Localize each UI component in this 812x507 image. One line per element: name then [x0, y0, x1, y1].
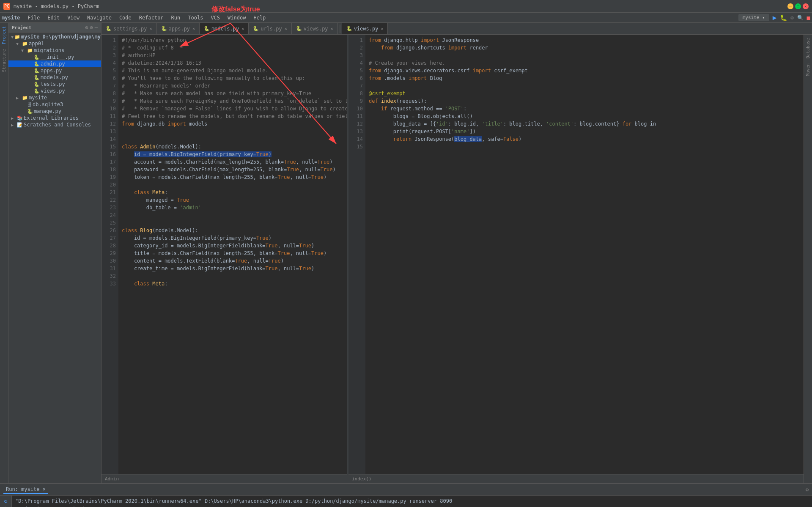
tree-arrow: ▼ [21, 48, 26, 53]
right-code-content[interactable]: from django.http import JsonResponse fro… [365, 35, 804, 474]
editors-split: 1234567891011121314151617181920212223242… [102, 35, 812, 483]
tab-close-views-left[interactable]: ✕ [331, 26, 333, 31]
close-button[interactable]: ✕ [803, 3, 809, 9]
menu-vcs[interactable]: VCS [207, 14, 223, 22]
tree-item-mysite-root[interactable]: ▼ 📁 mysite D:\python\django\mysite [8, 33, 101, 40]
tab-urls[interactable]: 🐍 urls.py ✕ [249, 23, 292, 35]
menu-file[interactable]: File [24, 14, 43, 22]
project-sidebar-icon[interactable]: Project [1, 25, 7, 46]
folder-icon: 📁 [22, 95, 28, 101]
right-editor-footer: index() [348, 474, 804, 483]
tab-close-settings[interactable]: ✕ [149, 26, 152, 31]
title-bar-left: PC mysite - models.py - PyCharm [3, 3, 99, 10]
tree-item-modelspy[interactable]: 🐍 models.py [8, 74, 101, 81]
maximize-button[interactable]: □ [795, 3, 801, 9]
menu-run[interactable]: Run [168, 14, 184, 22]
tree-item-viewspy[interactable]: 🐍 views.py [8, 88, 101, 94]
tree-item-scratches[interactable]: ▶ 📝 Scratches and Consoles [8, 121, 101, 128]
title-text: mysite - models.py - PyCharm [14, 3, 99, 9]
menu-window[interactable]: Window [224, 14, 249, 22]
stop-button[interactable]: ■ [807, 14, 810, 21]
menu-navigate[interactable]: Navigate [84, 14, 115, 22]
minimize-button[interactable]: ─ [787, 3, 793, 9]
python-file-icon: 🐍 [34, 55, 40, 60]
project-panel: Project ⚙ ⚙ — ▼ 📁 mysite D:\python\djang… [8, 23, 102, 483]
left-line-numbers: 1234567891011121314151617181920212223242… [102, 35, 118, 474]
tab-icon-views-left: 🐍 [296, 26, 302, 31]
tab-close-models[interactable]: ✕ [241, 26, 244, 31]
tree-item-mysite-inner[interactable]: ▶ 📁 mysite [8, 94, 101, 101]
tree-item-dbsqlite[interactable]: 🗄 db.sqlite3 [8, 101, 101, 108]
tab-close-apps[interactable]: ✕ [192, 26, 195, 31]
menu-view[interactable]: View [64, 14, 83, 22]
db-file-icon: 🗄 [27, 102, 32, 107]
tab-label-apps: apps.py [169, 26, 190, 32]
folder-icon: 📁 [27, 48, 33, 53]
toolbar-more[interactable]: ⚙ [790, 15, 793, 21]
project-header: Project ⚙ ⚙ — [8, 23, 101, 33]
tab-views-right[interactable]: 🐍 views.py ✕ [342, 23, 388, 35]
tree-item-managepy[interactable]: 🐍 manage.py [8, 108, 101, 115]
project-gear-btn[interactable]: ⚙ [90, 25, 93, 30]
project-settings-btn[interactable]: ⚙ [85, 25, 88, 30]
tab-views-left[interactable]: 🐍 views.py ✕ [292, 23, 338, 35]
database-sidebar-label[interactable]: Database [805, 36, 811, 60]
tree-item-adminpy[interactable]: 🐍 admin.py [8, 60, 101, 67]
tree-label-appspy: apps.py [41, 68, 62, 74]
tree-arrow: ▶ [11, 123, 16, 127]
menu-tools[interactable]: Tools [184, 14, 206, 22]
tab-icon-settings: 🐍 [106, 26, 112, 31]
tab-label-models: models.py [211, 26, 239, 32]
tree-item-init[interactable]: 🐍 __init__.py [8, 54, 101, 60]
toolbar-search[interactable]: 🔍 [797, 15, 804, 21]
tab-settings[interactable]: 🐍 settings.py ✕ [102, 23, 157, 35]
tab-close-urls[interactable]: ✕ [285, 26, 287, 31]
left-code-area[interactable]: 1234567891011121314151617181920212223242… [102, 35, 347, 474]
menu-help[interactable]: Help [250, 14, 269, 22]
project-collapse-btn[interactable]: — [95, 25, 98, 30]
python-file-icon: 🐍 [34, 61, 40, 67]
left-breadcrumb: Admin [105, 476, 119, 482]
run-tab-mysite[interactable]: Run: mysite × [3, 485, 48, 494]
debug-button[interactable]: 🐛 [780, 14, 787, 21]
structure-sidebar-icon[interactable]: Structure [1, 47, 7, 74]
tab-apps[interactable]: 🐍 apps.py ✕ [157, 23, 200, 35]
tree-arrow: ▶ [11, 116, 16, 121]
tree-label-viewspy: views.py [41, 88, 65, 94]
tree-label-testspy: tests.py [41, 81, 65, 87]
tree-item-external-libs[interactable]: ▶ 📚 External Libraries [8, 115, 101, 121]
tab-models[interactable]: 🐍 models.py ✕ [200, 23, 249, 35]
tree-item-testspy[interactable]: 🐍 tests.py [8, 81, 101, 88]
tree-item-app01[interactable]: ▼ 📁 app01 [8, 40, 101, 47]
tree-label-mysite-root: mysite D:\python\django\mysite [21, 34, 101, 40]
run-button[interactable]: ▶ [773, 14, 777, 22]
tab-icon-apps: 🐍 [161, 26, 167, 31]
python-file-icon: 🐍 [27, 109, 33, 114]
run-tabs: Run: mysite × ⚙ [0, 484, 812, 496]
project-header-title: Project [12, 25, 31, 30]
tab-icon-models: 🐍 [204, 26, 210, 31]
run-scroll-up-btn[interactable]: ↑ [4, 505, 7, 507]
tree-label-app01: app01 [29, 41, 44, 47]
tab-label-views-left: views.py [304, 26, 328, 32]
left-code-content[interactable]: #!/usr/bin/env python #-*- coding:utf-8 … [118, 35, 347, 474]
menu-edit[interactable]: Edit [44, 14, 63, 22]
run-restart-btn[interactable]: ↻ [4, 497, 7, 504]
tab-close-views-right[interactable]: ✕ [381, 26, 383, 31]
maven-sidebar-label[interactable]: Maven [805, 62, 811, 78]
tree-label-managepy: manage.py [34, 108, 61, 114]
run-settings-btn[interactable]: ⚙ [806, 487, 809, 493]
tree-item-migrations[interactable]: ▼ 📁 migrations [8, 47, 101, 54]
tree-item-appspy[interactable]: 🐍 apps.py [8, 67, 101, 74]
menu-refactor[interactable]: Refactor [136, 14, 167, 22]
tab-icon-views-right: 🐍 [346, 26, 352, 31]
tab-label-views-right: views.py [354, 26, 379, 32]
right-code-area[interactable]: 123456789101112131415 from django.http i… [348, 35, 804, 474]
app-icon: PC [3, 3, 10, 10]
run-panel: Run: mysite × ⚙ ↻ ↑ ↓ ■ 📌 ≡ ⤾ "D:\Progra… [0, 483, 812, 507]
left-sidebar-strip: Project Structure [0, 23, 8, 483]
menu-code[interactable]: Code [116, 14, 135, 22]
library-icon: 📚 [17, 115, 23, 121]
menu-bar: mysite File Edit View Navigate Code Refa… [0, 13, 812, 23]
tree-label-migrations: migrations [34, 47, 64, 53]
